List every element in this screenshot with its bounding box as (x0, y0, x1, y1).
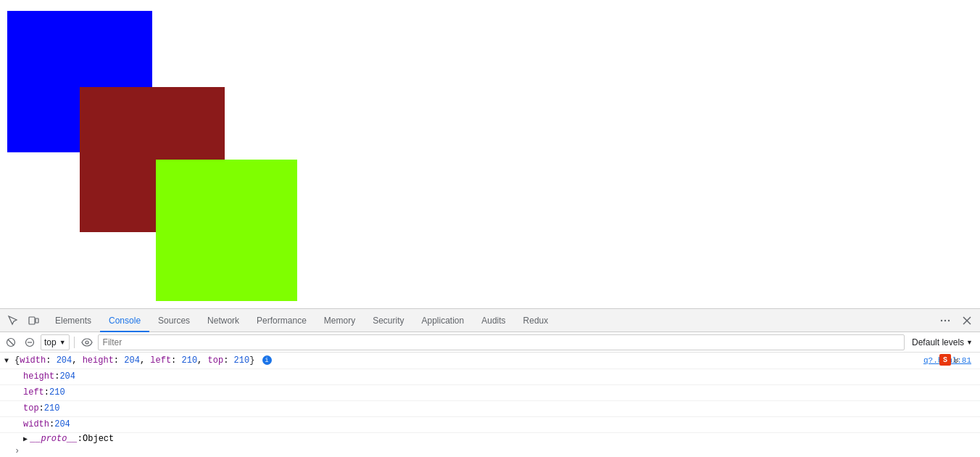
tab-performance[interactable]: Performance (248, 310, 315, 332)
filter-input-wrap (98, 334, 905, 350)
log-expand-arrow[interactable]: ▼ (4, 355, 9, 368)
tab-sources[interactable]: Sources (149, 310, 199, 332)
console-output[interactable]: ▼ {width: 204, height: 204, left: 210, t… (0, 353, 980, 457)
svg-point-2 (941, 319, 942, 321)
info-icon[interactable]: i (262, 355, 272, 365)
tab-redux[interactable]: Redux (515, 310, 557, 332)
tabs-right-controls (935, 310, 977, 331)
tab-audits[interactable]: Audits (473, 310, 514, 332)
svg-rect-0 (29, 317, 35, 324)
default-levels-button[interactable]: Default levels ▼ (908, 334, 977, 350)
log-content: {width: 204, height: 204, left: 210, top… (14, 354, 923, 367)
tab-console[interactable]: Console (100, 310, 149, 332)
context-select-arrow: ▼ (59, 339, 66, 346)
svg-point-3 (944, 319, 946, 321)
filter-input[interactable] (103, 337, 900, 347)
devtools-panel: Elements Console Sources Network Perform… (0, 308, 980, 457)
more-tabs-button[interactable] (935, 310, 955, 331)
tab-application[interactable]: Application (413, 310, 473, 332)
close-devtools-button[interactable] (957, 310, 977, 331)
tab-network[interactable]: Network (199, 310, 248, 332)
green-box (156, 160, 297, 301)
tab-memory[interactable]: Memory (315, 310, 364, 332)
svg-rect-1 (36, 318, 38, 323)
source-s-icon: S (939, 354, 951, 366)
log-prop-height: height: 204 (0, 369, 980, 385)
log-entry-main: ▼ {width: 204, height: 204, left: 210, t… (0, 353, 980, 369)
clear-console-button[interactable] (3, 334, 19, 350)
log-proto-entry: ▶ __proto__: Object (0, 433, 980, 445)
eye-button[interactable] (79, 334, 95, 350)
console-prompt[interactable]: › (0, 445, 980, 457)
console-toolbar: top ▼ Default levels ▼ (0, 332, 980, 353)
svg-point-4 (948, 319, 950, 321)
log-prop-left: left: 210 (0, 385, 980, 401)
preserve-log-button[interactable] (22, 334, 38, 350)
svg-point-11 (86, 341, 88, 344)
device-toggle-button[interactable] (23, 310, 43, 331)
source-icon-area: S (939, 354, 960, 366)
proto-expand-arrow[interactable]: ▶ (23, 435, 28, 443)
prompt-chevron-icon: › (14, 446, 20, 456)
main-content (0, 0, 980, 308)
svg-line-8 (8, 339, 14, 345)
tab-list: Elements Console Sources Network Perform… (46, 309, 935, 332)
tab-elements[interactable]: Elements (46, 310, 100, 332)
devtools-tabs-bar: Elements Console Sources Network Perform… (0, 309, 980, 332)
inspect-element-button[interactable] (3, 310, 23, 331)
log-prop-width: width: 204 (0, 417, 980, 433)
log-prop-top: top: 210 (0, 401, 980, 417)
levels-arrow-icon: ▼ (966, 339, 973, 346)
tab-security[interactable]: Security (364, 310, 412, 332)
context-select[interactable]: top ▼ (41, 334, 70, 350)
toolbar-divider (74, 337, 75, 348)
source-expand-icon (952, 356, 960, 363)
